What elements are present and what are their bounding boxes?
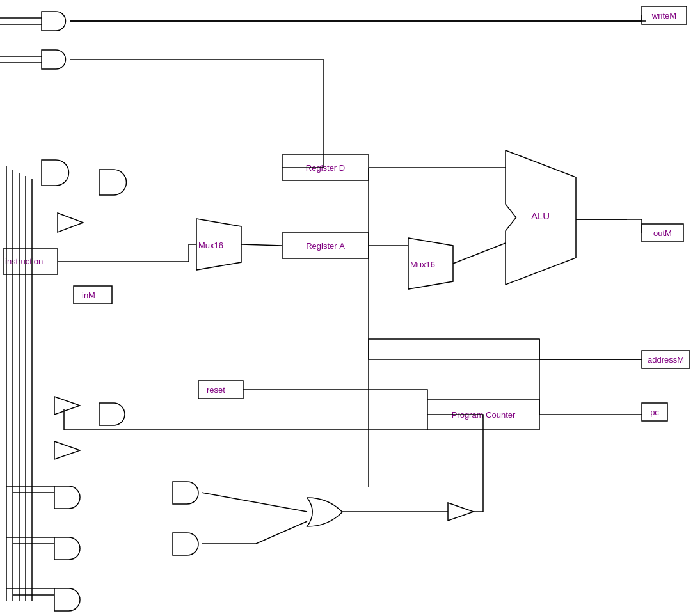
circuit-diagram — [0, 0, 693, 616]
